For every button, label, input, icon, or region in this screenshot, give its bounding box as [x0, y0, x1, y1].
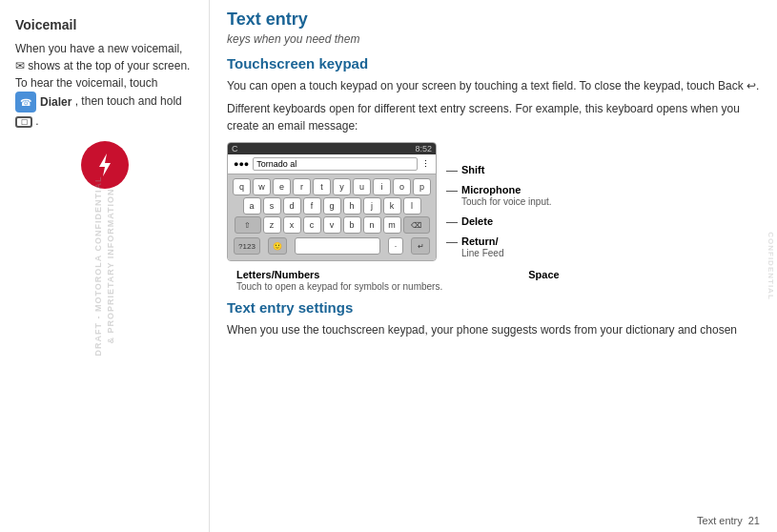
dialer-icon: ☎ [15, 92, 36, 113]
kb-row-2: a s d f g h j k l [230, 197, 434, 215]
key-b[interactable]: b [343, 216, 361, 234]
key-f[interactable]: f [303, 197, 321, 215]
subtitle: keys when you need them [227, 32, 760, 46]
back-symbol: ↩ [746, 79, 756, 92]
key-j[interactable]: j [363, 197, 381, 215]
annotation-mic-text: Microphone Touch for voice input. [461, 184, 552, 207]
key-x[interactable]: x [283, 216, 301, 234]
keyboard-mockup: C 8:52 ●●● ⋮ q w e r [227, 142, 437, 261]
section2-paragraph: When you use the touchscreen keypad, you… [227, 321, 760, 338]
key-r[interactable]: r [293, 178, 311, 195]
key-emoji[interactable]: 🙂 [268, 237, 287, 255]
key-g[interactable]: g [323, 197, 341, 215]
key-d[interactable]: d [283, 197, 301, 215]
key-h[interactable]: h [343, 197, 361, 215]
annotation-return-line [446, 242, 458, 243]
keyboard-annotations: Shift Microphone Touch for voice input. … [446, 142, 552, 261]
key-return[interactable]: ↵ [411, 237, 430, 255]
voicemail-text: When you have a new voicemail, ✉ shows a… [15, 40, 194, 130]
space-annotation: Space [528, 269, 559, 292]
annotation-return-text: Return/ Line Feed [461, 235, 503, 258]
annotation-delete-text: Delete [461, 215, 493, 227]
key-period[interactable]: · [388, 237, 403, 255]
page-number: 21 [748, 515, 760, 526]
key-123[interactable]: ?123 [234, 237, 260, 255]
status-bar: C 8:52 [228, 143, 436, 154]
bottom-annotations: Letters/Numbers Touch to open a keypad f… [227, 269, 760, 292]
status-left: C [232, 144, 238, 153]
section1-paragraph1: You can open a touch keypad on your scre… [227, 77, 760, 94]
svg-marker-0 [99, 153, 111, 176]
dialer-inline: ☎ Dialer [15, 92, 72, 113]
key-n[interactable]: n [363, 216, 381, 234]
key-z[interactable]: z [263, 216, 281, 234]
kb-row-4: ?123 🙂 · ↵ [230, 235, 434, 256]
key-t[interactable]: t [313, 178, 331, 195]
key-shift[interactable]: ⇧ [235, 216, 261, 234]
annotation-microphone: Microphone Touch for voice input. [446, 184, 552, 207]
annotation-mic-line [446, 191, 458, 192]
key-delete[interactable]: ⌫ [403, 216, 430, 234]
address-bar: ●●● ⋮ [228, 154, 436, 174]
key-l[interactable]: l [403, 197, 421, 215]
key-o[interactable]: o [393, 178, 411, 195]
key-space[interactable] [295, 237, 380, 255]
keyboard-keys: q w e r t y u i o p a [228, 174, 436, 260]
watermark-right: CONFIDENTIAL [767, 232, 776, 300]
annotation-shift-line [446, 171, 458, 172]
kb-row-3: ⇧ z x c v b n m ⌫ [230, 216, 434, 234]
voicemail-hold-icon: ☐ [15, 116, 32, 128]
status-right: 8:52 [415, 144, 432, 153]
kb-row-1: q w e r t y u i o p [230, 178, 434, 195]
key-i[interactable]: i [373, 178, 391, 195]
address-input[interactable] [253, 157, 418, 171]
lightning-icon [93, 152, 116, 178]
key-y[interactable]: y [333, 178, 351, 195]
keyboard-screenshot: C 8:52 ●●● ⋮ q w e r [227, 142, 437, 261]
voicemail-heading: Voicemail [15, 17, 194, 32]
key-p[interactable]: p [413, 178, 431, 195]
letters-annotation: Letters/Numbers Touch to open a keypad f… [236, 269, 442, 292]
menu-dots: ⋮ [421, 159, 430, 169]
key-u[interactable]: u [353, 178, 371, 195]
signal-icon: ●●● [234, 159, 249, 169]
main-title: Text entry [227, 10, 760, 30]
key-k[interactable]: k [383, 197, 401, 215]
dialer-label: Dialer [40, 93, 72, 111]
voicemail-symbol: ✉ [15, 59, 28, 72]
right-column: Text entry keys when you need them Touch… [210, 0, 777, 532]
left-column: Voicemail When you have a new voicemail,… [0, 0, 210, 532]
key-m[interactable]: m [383, 216, 401, 234]
text-entry-settings-heading: Text entry settings [227, 299, 760, 316]
touchscreen-keypad-heading: Touchscreen keypad [227, 55, 760, 72]
key-e[interactable]: e [273, 178, 291, 195]
key-q[interactable]: q [233, 178, 251, 195]
watermark: DRAFT - MOTOROLA CONFIDENTIAL & PROPRIET… [92, 176, 116, 357]
key-a[interactable]: a [243, 197, 261, 215]
key-s[interactable]: s [263, 197, 281, 215]
key-c[interactable]: c [303, 216, 321, 234]
annotation-return: Return/ Line Feed [446, 235, 552, 258]
annotation-shift-text: Shift [461, 164, 484, 175]
page-label: Text entry [697, 515, 743, 526]
lightning-circle [81, 141, 129, 189]
annotation-shift: Shift [446, 164, 552, 175]
section1-paragraph2: Different keyboards open for different t… [227, 100, 760, 134]
page-footer: Text entry 21 [697, 515, 760, 526]
annotation-delete-line [446, 222, 458, 223]
key-v[interactable]: v [323, 216, 341, 234]
annotation-delete: Delete [446, 215, 552, 227]
keyboard-area: C 8:52 ●●● ⋮ q w e r [227, 142, 760, 261]
key-w[interactable]: w [253, 178, 271, 195]
